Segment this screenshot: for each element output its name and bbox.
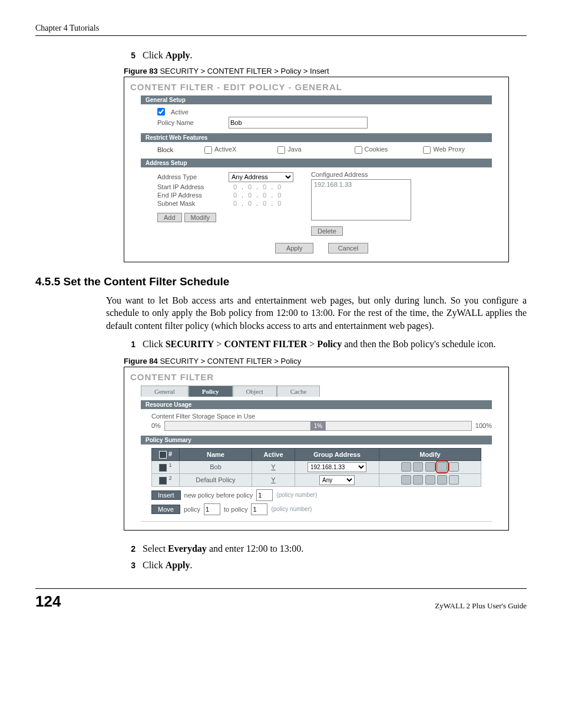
policy-name-label: Policy Name [157, 119, 225, 126]
dialog-title: CONTENT FILTER - EDIT POLICY - GENERAL [130, 82, 503, 92]
start-ip-value: 0.0.0.0 [229, 183, 286, 190]
schedule-icon[interactable] [437, 475, 447, 485]
section-455-para: You want to let Bob access arts and ente… [106, 294, 527, 332]
step-3: 3 Click Apply. [124, 560, 527, 571]
apply-button[interactable]: Apply [275, 243, 314, 253]
step-number: 5 [124, 51, 135, 60]
col-modify: Modify [379, 448, 481, 460]
active-label: Active [171, 108, 189, 116]
edit-icon[interactable] [401, 475, 411, 485]
address-type-select[interactable]: Any Address [229, 172, 293, 182]
col-active: Active [252, 448, 295, 460]
general-setup-bar: General Setup [141, 95, 492, 104]
tab-cache[interactable]: Cache [277, 386, 320, 397]
configured-address-item[interactable]: 192.168.1.33 [314, 181, 408, 188]
configured-address-list[interactable]: 192.168.1.33 [311, 179, 411, 220]
storage-label: Content Filter Storage Space in Use [151, 413, 503, 420]
move-label-b: to policy [224, 506, 247, 513]
address-setup-bar: Address Setup [141, 159, 492, 167]
schedule-icon[interactable] [437, 462, 447, 472]
move-label-a: policy [184, 506, 200, 513]
move-to-input[interactable] [251, 503, 267, 515]
block-label: Block [157, 146, 187, 153]
move-hint: (policy number) [271, 506, 312, 512]
add-button[interactable]: Add [157, 213, 182, 222]
insert-button[interactable]: Insert [151, 490, 181, 500]
cell-name: Default Policy [180, 473, 252, 486]
customize-icon[interactable] [425, 462, 435, 472]
edit-icon[interactable] [401, 462, 411, 472]
progress-0: 0% [151, 422, 161, 429]
tab-general[interactable]: General [141, 386, 189, 397]
delete-button[interactable]: Delete [311, 226, 343, 236]
activex-checkbox[interactable] [204, 146, 212, 154]
figure-83-screenshot: CONTENT FILTER - EDIT POLICY - GENERAL G… [124, 77, 509, 262]
restrict-features-bar: Restrict Web Features [141, 133, 492, 142]
active-checkbox[interactable] [157, 108, 165, 116]
cookies-checkbox[interactable] [355, 146, 362, 154]
step-number: 3 [124, 561, 135, 570]
move-button[interactable]: Move [151, 505, 180, 514]
step-5: 5 Click Apply. [124, 50, 527, 61]
storage-progressbar: 1% [164, 421, 472, 431]
step-2: 2 Select Everyday and enter 12:00 to 13:… [124, 543, 527, 554]
cell-name: Bob [180, 460, 252, 473]
insert-label: new policy before policy [184, 492, 253, 499]
select-all-icon[interactable] [159, 451, 167, 459]
table-row: 1 Bob Y 192.168.1.33 [152, 460, 481, 473]
tab-policy[interactable]: Policy [189, 386, 233, 397]
java-label: Java [287, 146, 301, 153]
footer-guide-name: ZyWALL 2 Plus User's Guide [435, 601, 527, 611]
java-checkbox[interactable] [277, 146, 285, 154]
group-address-select[interactable]: Any [319, 475, 355, 485]
progress-value: 1% [310, 421, 326, 430]
category-icon[interactable] [413, 462, 423, 472]
figure-83-caption: Figure 83 SECURITY > CONTENT FILTER > Po… [124, 67, 527, 75]
subnet-label: Subnet Mask [157, 200, 225, 207]
address-type-label: Address Type [157, 173, 225, 180]
webproxy-checkbox[interactable] [423, 146, 431, 154]
insert-hint: (policy number) [276, 492, 317, 498]
dialog-title: CONTENT FILTER [130, 372, 503, 382]
start-ip-label: Start IP Address [157, 183, 225, 190]
step-number: 2 [124, 544, 135, 554]
delete-icon[interactable] [449, 475, 459, 485]
page-number: 124 [35, 592, 61, 611]
subnet-value: 0.0.0.0 [229, 200, 286, 207]
delete-icon[interactable] [449, 462, 459, 472]
group-address-select[interactable]: 192.168.1.33 [308, 462, 366, 472]
policy-summary-bar: Policy Summary [141, 436, 492, 444]
tab-object[interactable]: Object [233, 386, 277, 397]
progress-100: 100% [475, 422, 492, 429]
cell-active[interactable]: Y [271, 463, 275, 470]
resource-usage-bar: Resource Usage [141, 400, 492, 409]
insert-position-input[interactable] [256, 489, 273, 501]
webproxy-label: Web Proxy [433, 146, 465, 153]
end-ip-value: 0.0.0.0 [229, 192, 286, 199]
cell-active[interactable]: Y [271, 476, 275, 483]
policy-name-input[interactable] [229, 117, 368, 129]
figure-84-caption: Figure 84 SECURITY > CONTENT FILTER > Po… [124, 357, 527, 365]
policy-table: # Name Active Group Address Modify 1 Bob… [151, 448, 481, 487]
step-bold: Apply [166, 50, 190, 60]
category-icon[interactable] [413, 475, 423, 485]
cookies-label: Cookies [365, 146, 388, 153]
end-ip-label: End IP Address [157, 192, 225, 199]
move-from-input[interactable] [204, 503, 220, 515]
activex-label: ActiveX [214, 146, 236, 153]
cancel-button[interactable]: Cancel [328, 243, 368, 253]
row-select-icon[interactable] [159, 464, 167, 472]
step-number: 1 [124, 339, 135, 350]
modify-button[interactable]: Modify [184, 213, 216, 222]
col-name: Name [180, 448, 252, 460]
col-group-address: Group Address [295, 448, 379, 460]
step-1: 1 Click SECURITY > CONTENT FILTER > Poli… [124, 338, 527, 351]
chapter-header: Chapter 4 Tutorials [35, 24, 527, 36]
configured-address-label: Configured Address [311, 171, 411, 178]
section-heading-455: 4.5.5 Set the Content Filter Schedule [35, 275, 527, 288]
step-text: Click [143, 50, 166, 60]
row-select-icon[interactable] [159, 477, 167, 485]
customize-icon[interactable] [425, 475, 435, 485]
figure-84-screenshot: CONTENT FILTER General Policy Object Cac… [124, 367, 509, 531]
table-row: 2 Default Policy Y Any [152, 473, 481, 486]
